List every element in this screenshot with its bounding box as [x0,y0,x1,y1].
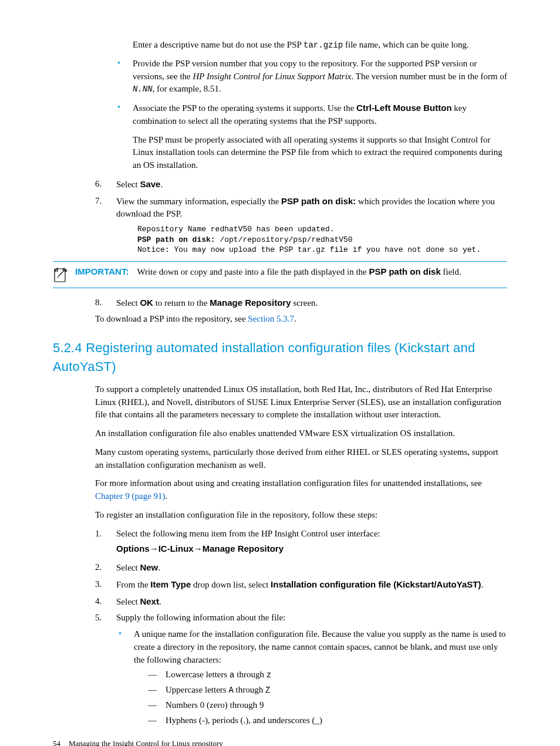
bold-text: PSP path on disk: [281,196,356,206]
section-heading: 5.2.4 Registering automated installation… [53,339,507,376]
bold-text: Item Type [150,579,191,589]
text: Select [116,563,140,572]
paragraph: To support a completely unattended Linux… [95,383,507,421]
text: . The version number must be in the form… [352,72,508,81]
code-text: tar.gzip [303,40,343,50]
text: Select [116,298,140,308]
code-text: N.NN [133,85,153,94]
bold-text: Ctrl-Left Mouse Button [356,103,451,113]
text: Select [116,180,140,189]
text: , for example, 8.51. [153,84,221,93]
dash-item: Uppercase letters A through Z [148,684,507,697]
text: Lowercase letters [166,670,230,679]
code-line: Notice: You may now upload the PSP tar.g… [137,245,507,255]
text: . [166,491,168,501]
code-bold: PSP path on disk: [137,235,215,244]
link-text[interactable]: Section 5.3.7 [248,314,294,323]
code-text: z [266,670,271,680]
paragraph: For more information about using and cre… [95,477,507,503]
step-number: 7. [95,195,102,208]
step-number: 8. [95,296,102,309]
menu-item: Manage Repository [203,544,284,553]
text: field. [441,267,461,276]
menu-item: Options [116,544,150,553]
step-number: 1. [95,528,102,541]
important-label: IMPORTANT: [75,266,129,276]
bold-text: Installation configuration file (Kicksta… [271,579,481,589]
text: . [158,563,160,572]
text: drop down list, select [191,580,271,589]
text: A unique name for the installation confi… [134,629,506,664]
link-text[interactable]: Chapter 9 (page 91) [95,491,166,501]
text: . [160,180,163,189]
paragraph: To register an installation configuratio… [95,509,507,522]
text: file name, which can be quite long. [343,40,469,49]
page-footer: 54Managing the Insight Control for Linux… [53,738,507,746]
code-text: Z [265,686,270,695]
text: Write down or copy and paste into a file… [137,267,369,276]
step-number: 6. [95,178,102,191]
italic-text: HP Insight Control for Linux Support Mat… [193,72,351,81]
paragraph: Many custom operating systems, particula… [95,446,507,472]
text: View the summary information, especially… [116,197,281,206]
code-block: Repository Name redhatV50 has been updat… [137,224,507,255]
note-icon [53,266,69,283]
bold-text: PSP path on disk [369,266,441,276]
text: Select the following menu item from the … [116,529,380,538]
text: Supply the following information about t… [116,613,285,622]
code-line: /opt/repository/psp/redhatV50 [215,235,353,244]
dash-item: Hyphens (-), periods (.), and underscore… [148,714,507,727]
important-callout: IMPORTANT:Write down or copy and paste i… [53,261,507,288]
text: For more information about using and cre… [95,478,482,488]
text: To download a PSP into the repository, s… [95,314,248,323]
bullet-item: Associate the PSP to the operating syste… [115,102,507,172]
bold-text: Save [140,179,160,189]
bold-text: New [140,562,158,572]
bold-text: Next [140,596,159,606]
page-number: 54 [53,739,60,746]
code-text: A [228,686,233,695]
menu-path: Options→IC-Linux→Manage Repository [116,542,507,555]
bullet-item: A unique name for the installation confi… [116,628,507,727]
text: screen. [291,298,318,308]
code-line: Repository Name redhatV50 has been updat… [137,224,507,235]
step-item: 4. Select Next. [95,595,507,609]
step-item: 3. From the Item Type drop down list, se… [95,578,507,592]
text: From the [116,580,150,589]
step-item: 1. Select the following menu item from t… [95,528,507,556]
footer-title: Managing the Insight Control for Linux r… [69,739,223,746]
text: . [481,580,483,589]
step-item: 5. Supply the following information abou… [95,612,507,727]
bullet-item: Provide the PSP version number that you … [115,58,507,96]
text: to return to the [153,298,210,308]
paragraph: The PSP must be properly associated with… [133,134,507,172]
dash-item: Lowercase letters a through z [148,669,507,681]
step-number: 3. [95,578,102,591]
step-item: 7. View the summary information, especia… [95,195,507,255]
bold-text: OK [140,298,153,308]
text: . [159,597,161,606]
intro-paragraph: Enter a descriptive name but do not use … [133,39,507,52]
text: Associate the PSP to the operating syste… [133,103,356,113]
step-item: 2. Select New. [95,561,507,575]
text: Uppercase letters [166,685,228,694]
dash-item: Numbers 0 (zero) through 9 [148,699,507,712]
text: Enter a descriptive name but do not use … [133,40,303,49]
text: . [294,314,296,323]
svg-line-2 [58,276,59,278]
step-item: 6. Select Save. [95,178,507,191]
step-number: 4. [95,595,102,608]
bold-text: Manage Repository [210,298,291,308]
code-text: a [230,670,234,680]
step-number: 5. [95,612,102,625]
menu-item: IC-Linux [158,544,194,553]
text: through [235,670,266,679]
text: Select [116,597,140,606]
step-number: 2. [95,561,102,574]
paragraph: An installation configuration file also … [95,427,507,440]
svg-line-1 [59,270,65,276]
text: through [234,685,265,694]
step-item: 8. Select OK to return to the Manage Rep… [95,296,507,310]
